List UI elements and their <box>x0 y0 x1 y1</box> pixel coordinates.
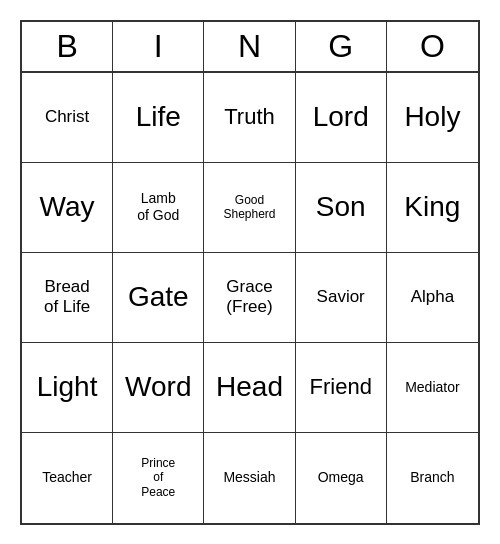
cell-label: Lambof God <box>137 190 179 224</box>
cell-label: Head <box>216 370 283 404</box>
cell-label: Word <box>125 370 191 404</box>
header-letter-I: I <box>113 22 204 71</box>
cell-label: Friend <box>310 374 372 400</box>
bingo-cell: Gate <box>113 253 204 343</box>
cell-label: Christ <box>45 107 89 127</box>
cell-label: Light <box>37 370 98 404</box>
header-letter-O: O <box>387 22 478 71</box>
cell-label: Savior <box>317 287 365 307</box>
bingo-cell: Truth <box>204 73 295 163</box>
bingo-cell: Word <box>113 343 204 433</box>
bingo-cell: Son <box>296 163 387 253</box>
cell-label: Mediator <box>405 379 459 396</box>
bingo-cell: PrinceofPeace <box>113 433 204 523</box>
bingo-cell: GoodShepherd <box>204 163 295 253</box>
bingo-cell: Branch <box>387 433 478 523</box>
cell-label: Life <box>136 100 181 134</box>
bingo-cell: Breadof Life <box>22 253 113 343</box>
cell-label: Way <box>40 190 95 224</box>
bingo-cell: Christ <box>22 73 113 163</box>
bingo-cell: Grace(Free) <box>204 253 295 343</box>
bingo-cell: Savior <box>296 253 387 343</box>
cell-label: GoodShepherd <box>223 193 275 222</box>
cell-label: Teacher <box>42 469 92 486</box>
bingo-cell: Lord <box>296 73 387 163</box>
bingo-cell: Light <box>22 343 113 433</box>
header-letter-G: G <box>296 22 387 71</box>
header-letter-B: B <box>22 22 113 71</box>
bingo-header: BINGO <box>22 22 478 73</box>
bingo-cell: Holy <box>387 73 478 163</box>
bingo-cell: Lambof God <box>113 163 204 253</box>
cell-label: Omega <box>318 469 364 486</box>
header-letter-N: N <box>204 22 295 71</box>
bingo-cell: Omega <box>296 433 387 523</box>
cell-label: Truth <box>224 104 275 130</box>
cell-label: Son <box>316 190 366 224</box>
bingo-cell: Teacher <box>22 433 113 523</box>
cell-label: Lord <box>313 100 369 134</box>
cell-label: Breadof Life <box>44 277 90 318</box>
bingo-cell: King <box>387 163 478 253</box>
bingo-cell: Head <box>204 343 295 433</box>
bingo-cell: Friend <box>296 343 387 433</box>
cell-label: Alpha <box>411 287 454 307</box>
cell-label: King <box>404 190 460 224</box>
bingo-cell: Mediator <box>387 343 478 433</box>
bingo-cell: Alpha <box>387 253 478 343</box>
cell-label: Grace(Free) <box>226 277 272 318</box>
bingo-cell: Way <box>22 163 113 253</box>
bingo-cell: Messiah <box>204 433 295 523</box>
cell-label: PrinceofPeace <box>141 456 175 499</box>
cell-label: Messiah <box>223 469 275 486</box>
cell-label: Branch <box>410 469 454 486</box>
bingo-grid: ChristLifeTruthLordHolyWayLambof GodGood… <box>22 73 478 523</box>
bingo-cell: Life <box>113 73 204 163</box>
bingo-card: BINGO ChristLifeTruthLordHolyWayLambof G… <box>20 20 480 525</box>
cell-label: Holy <box>404 100 460 134</box>
cell-label: Gate <box>128 280 189 314</box>
